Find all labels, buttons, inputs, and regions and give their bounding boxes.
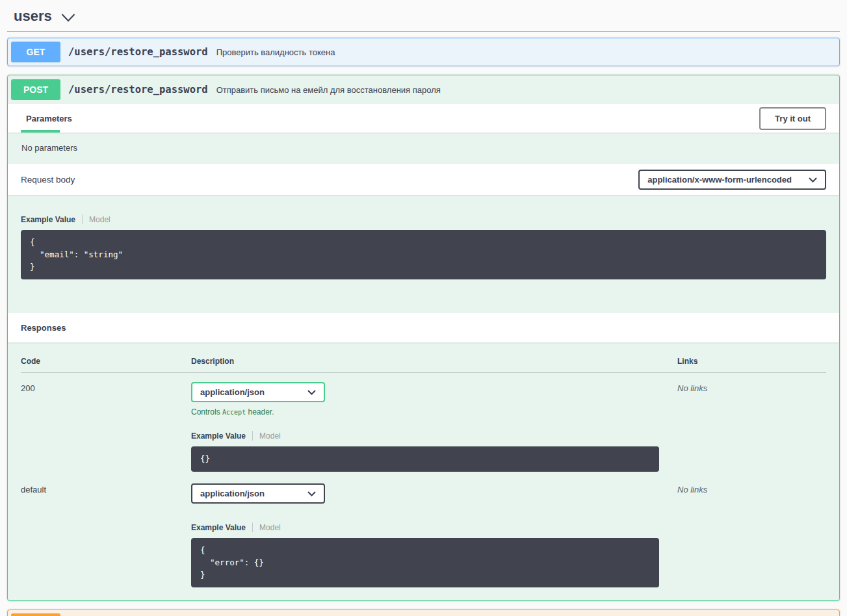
response-content-type-select[interactable]: application/json xyxy=(191,382,325,402)
opblock-summary-post[interactable]: POST /users/restore_password Отправить п… xyxy=(8,75,839,104)
response-row-default: default application/json Example Value M… xyxy=(21,474,826,590)
operation-path[interactable]: /users/restore_password xyxy=(68,46,208,58)
model-tab[interactable]: Model xyxy=(259,431,281,441)
accept-note-suffix: header. xyxy=(246,407,274,417)
responses-table-header: Code Description Links xyxy=(21,349,826,373)
operation-description: Проверить валидность токена xyxy=(216,47,335,57)
response-code: default xyxy=(21,483,191,590)
response-description-cell: application/json Controls Accept header.… xyxy=(191,382,677,474)
method-badge-post: POST xyxy=(11,79,60,100)
column-code: Code xyxy=(21,357,191,366)
response-description-cell: application/json Example Value Model { "… xyxy=(191,483,677,590)
try-it-out-button[interactable]: Try it out xyxy=(759,107,826,130)
tab-separator xyxy=(252,431,253,441)
opblock-summary-put[interactable]: PUT /users/restore_password Установить н… xyxy=(8,610,839,616)
response-content-type-value: application/json xyxy=(200,387,265,397)
column-links: Links xyxy=(677,357,826,366)
accept-note-prefix: Controls xyxy=(191,407,222,417)
opblock-post-restore-password: POST /users/restore_password Отправить п… xyxy=(7,75,840,601)
request-body-section-header: Request body application/x-www-form-urle… xyxy=(8,164,839,195)
example-model-tabs: Example Value Model xyxy=(191,431,677,441)
operation-description: Отправить письмо на емейл для восстановл… xyxy=(216,85,441,95)
example-value-tab[interactable]: Example Value xyxy=(191,431,246,441)
response-content-type-select[interactable]: application/json xyxy=(191,483,325,504)
model-tab[interactable]: Model xyxy=(259,523,281,532)
response-code: 200 xyxy=(21,382,191,474)
controls-accept-note: Controls Accept header. xyxy=(191,407,677,417)
opblock-get-restore-password: GET /users/restore_password Проверить ва… xyxy=(7,38,840,66)
request-content-type-value: application/x-www-form-urlencoded xyxy=(647,175,792,185)
chevron-down-icon xyxy=(307,489,316,498)
responses-table: Code Description Links 200 application/j… xyxy=(8,342,839,600)
request-body-label: Request body xyxy=(21,175,75,185)
method-badge-get: GET xyxy=(11,42,60,62)
section-header-users[interactable]: users xyxy=(7,5,840,32)
example-value-tab[interactable]: Example Value xyxy=(191,523,246,532)
operation-path[interactable]: /users/restore_password xyxy=(68,84,208,96)
responses-section-header: Responses xyxy=(8,313,839,342)
response-links: No links xyxy=(677,382,826,474)
opblock-summary-get[interactable]: GET /users/restore_password Проверить ва… xyxy=(8,38,839,66)
method-badge-put: PUT xyxy=(11,613,60,616)
tab-separator xyxy=(82,214,83,224)
request-body-content: Example Value Model { "email": "string" … xyxy=(8,195,839,313)
request-body-example-code: { "email": "string" } xyxy=(21,230,826,279)
chevron-down-icon xyxy=(307,387,316,397)
swagger-page: users GET /users/restore_password Провер… xyxy=(0,0,847,616)
model-tab[interactable]: Model xyxy=(89,215,111,224)
response-content-type-value: application/json xyxy=(200,489,265,498)
parameters-section-header: Parameters Try it out xyxy=(8,104,839,133)
accept-note-mono: Accept xyxy=(222,409,246,416)
parameters-tab: Parameters xyxy=(21,105,76,133)
tab-separator xyxy=(252,522,253,532)
section-title: users xyxy=(14,8,52,25)
responses-title: Responses xyxy=(21,323,66,333)
chevron-down-icon xyxy=(61,13,75,22)
example-model-tabs: Example Value Model xyxy=(191,522,677,532)
parameters-tab-underline xyxy=(21,130,60,133)
request-content-type-select[interactable]: application/x-www-form-urlencoded xyxy=(638,170,826,190)
response-example-code: { "error": {} } xyxy=(191,538,659,587)
example-model-tabs: Example Value Model xyxy=(21,214,826,224)
no-parameters-text: No parameters xyxy=(8,133,839,164)
response-row-200: 200 application/json Controls Accept hea… xyxy=(21,373,826,474)
opblock-put-restore-password: PUT /users/restore_password Установить н… xyxy=(7,610,840,616)
example-value-tab[interactable]: Example Value xyxy=(21,215,75,224)
response-links: No links xyxy=(677,483,826,590)
column-description: Description xyxy=(191,357,677,366)
response-example-code: {} xyxy=(191,446,659,472)
chevron-down-icon xyxy=(809,175,817,185)
